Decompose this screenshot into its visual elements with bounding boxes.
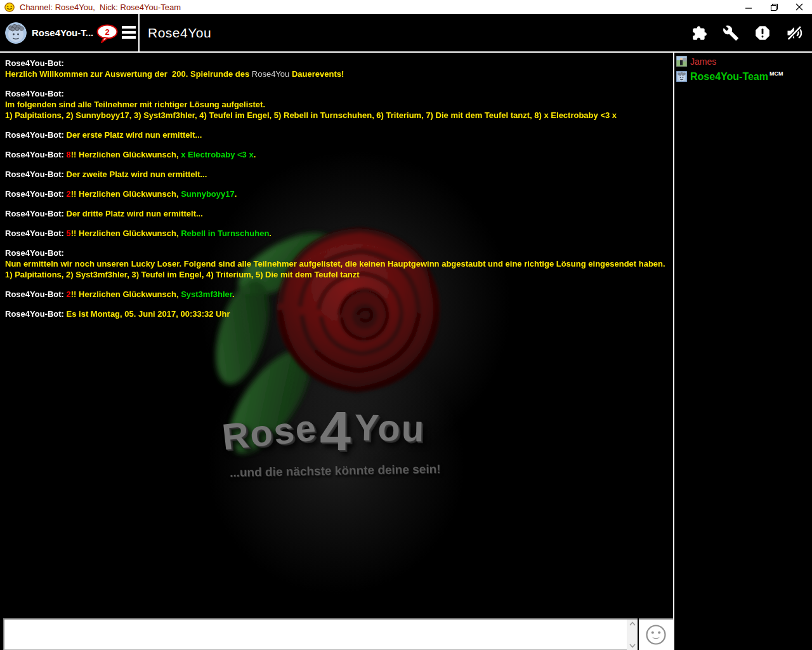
chat-text-segment: Rose4You-Bot: [5, 289, 67, 299]
rose4you-logo: Rose4You [221, 392, 426, 467]
scroll-up-icon[interactable] [629, 621, 636, 626]
chat-text-segment: . [232, 289, 235, 299]
notification-badge[interactable]: 2 [96, 24, 119, 44]
toolbar [690, 14, 803, 51]
chat-text-segment: Im folgenden sind alle Teilnehmer mit ri… [5, 100, 617, 120]
chat-text-segment: Es ist Montag, 05. Juni 2017, 00:33:32 U… [67, 309, 230, 319]
header: Rose4You-T... 2 Rose4You [0, 14, 812, 51]
badge-count: 2 [105, 27, 110, 37]
chat-text-segment: . [235, 189, 237, 199]
sound-muted-icon[interactable] [785, 24, 803, 42]
input-scrollbar[interactable] [627, 620, 638, 650]
chat-message: Rose4You-Bot: Nun ermitteln wir noch uns… [5, 248, 665, 280]
chat-message: Rose4You-Bot: Der dritte Platz wird nun … [5, 208, 665, 219]
chat-nickname-link[interactable]: Syst3mf3hler [181, 289, 232, 299]
scroll-down-icon[interactable] [629, 644, 636, 648]
channel-tab[interactable]: Rose4You-T... 2 [0, 14, 138, 51]
chat-text-segment: 2 [67, 189, 71, 199]
minimize-button[interactable] [736, 0, 761, 14]
chat-text-segment: Rose4You [252, 69, 290, 79]
chat-text-segment: Rose4You-Bot: [5, 229, 67, 238]
user-list: James Rose4You-Team MCM [673, 53, 812, 650]
header-separator [138, 14, 140, 51]
chat-text-segment: Der erste Platz wird nun ermittelt... [67, 130, 202, 140]
plugin-icon[interactable] [690, 24, 708, 42]
chat-text-segment: Rose4You-Bot: [5, 248, 64, 258]
message-list: Rose4You-Bot: Herzlich Willkommen zur Au… [5, 58, 665, 328]
chat-message: Rose4You-Bot: 2!! Herzlichen Glückwunsch… [5, 189, 665, 199]
chat-message: Rose4You-Bot: Es ist Montag, 05. Juni 20… [5, 308, 665, 319]
chat-text-segment: Rose4You-Bot: [5, 169, 67, 179]
rose4you-team-avatar [676, 71, 687, 82]
chat-message: Rose4You-Bot: Der erste Platz wird nun e… [5, 129, 665, 140]
chat-text-segment: Nun ermitteln wir noch unseren Lucky Los… [5, 259, 665, 279]
chat-text-segment: Der zweite Platz wird nun ermittelt... [67, 169, 207, 179]
chat-area: Rose4You ...und die nächste könnte deine… [0, 53, 673, 616]
smiley-icon [645, 624, 667, 646]
chat-nickname-link[interactable]: x Electrobaby <3 x [181, 150, 254, 159]
chat-message: Rose4You-Bot: 2!! Herzlichen Glückwunsch… [5, 289, 665, 300]
app-window: Channel: Rose4You, Nick: Rose4You-Team [0, 0, 812, 650]
chat-nickname-link[interactable]: Rebell in Turnschuhen [181, 229, 269, 238]
tab-label: Rose4You-T... [32, 27, 93, 38]
chat-text-segment: Dauerevents! [289, 69, 344, 79]
message-input[interactable] [6, 621, 626, 649]
close-button[interactable] [787, 0, 812, 14]
chat-message: Rose4You-Bot: Im folgenden sind alle Tei… [5, 88, 665, 121]
chat-message: Rose4You-Bot: 5!! Herzlichen Glückwunsch… [5, 228, 665, 239]
alert-icon[interactable] [754, 24, 771, 42]
chat-text-segment: 2 [67, 289, 71, 299]
rose4you-team-avatar [5, 22, 27, 44]
chat-text-segment: !! Herzlichen Glückwunsch, [71, 229, 181, 238]
smiley-button[interactable] [639, 618, 673, 650]
chat-message: Rose4You-Bot: 8!! Herzlichen Glückwunsch… [5, 149, 665, 160]
chat-text-segment: Rose4You-Bot: [5, 150, 67, 159]
user-badge-mcm: MCM [769, 70, 783, 77]
window-title: Channel: Rose4You, Nick: Rose4You-Team [20, 3, 181, 12]
hamburger-icon[interactable] [122, 25, 137, 40]
chat-message: Rose4You-Bot: Der zweite Platz wird nun … [5, 169, 665, 180]
restore-button[interactable] [761, 0, 787, 14]
chat-text-segment: . [254, 150, 256, 159]
chat-nickname-link[interactable]: Sunnyboyy17 [181, 189, 235, 199]
chat-text-segment: 5 [67, 229, 71, 238]
user-name: James [690, 56, 716, 67]
logo-tagline: ...und die nächste könnte deine sein! [230, 462, 441, 480]
chat-text-segment: Herzlich Willkommen zur Auswertung der 2… [5, 69, 252, 79]
chat-text-segment: Rose4You-Bot: [5, 209, 67, 218]
user-row-james[interactable]: James [676, 55, 812, 68]
wrench-icon[interactable] [722, 24, 740, 42]
chat-text-segment: Rose4You-Bot: [5, 58, 64, 68]
chat-text-segment: !! Herzlichen Glückwunsch, [71, 289, 181, 299]
chat-message: Rose4You-Bot: Herzlich Willkommen zur Au… [5, 58, 665, 79]
chat-text-segment: !! Herzlichen Glückwunsch, [71, 189, 181, 199]
message-input-box [3, 618, 638, 650]
chat-text-segment: 8 [67, 150, 71, 159]
chat-text-segment: Rose4You-Bot: [5, 89, 64, 98]
user-name: Rose4You-Team [690, 71, 768, 83]
chat-text-segment: Der dritte Platz wird nun ermittelt... [67, 209, 203, 218]
user-row-rose4you-team[interactable]: Rose4You-Team MCM [676, 70, 812, 83]
chat-text-segment: Rose4You-Bot: [5, 309, 67, 319]
titlebar: Channel: Rose4You, Nick: Rose4You-Team [0, 0, 812, 14]
chat-text-segment: Rose4You-Bot: [5, 189, 67, 199]
composer [0, 616, 673, 650]
knuddels-smiley-icon [4, 2, 15, 12]
chat-text-segment: . [269, 229, 272, 238]
chat-text-segment: Rose4You-Bot: [5, 130, 67, 140]
chat-text-segment: !! Herzlichen Glückwunsch, [71, 150, 181, 159]
james-avatar [676, 56, 687, 67]
channel-title: Rose4You [148, 14, 211, 51]
